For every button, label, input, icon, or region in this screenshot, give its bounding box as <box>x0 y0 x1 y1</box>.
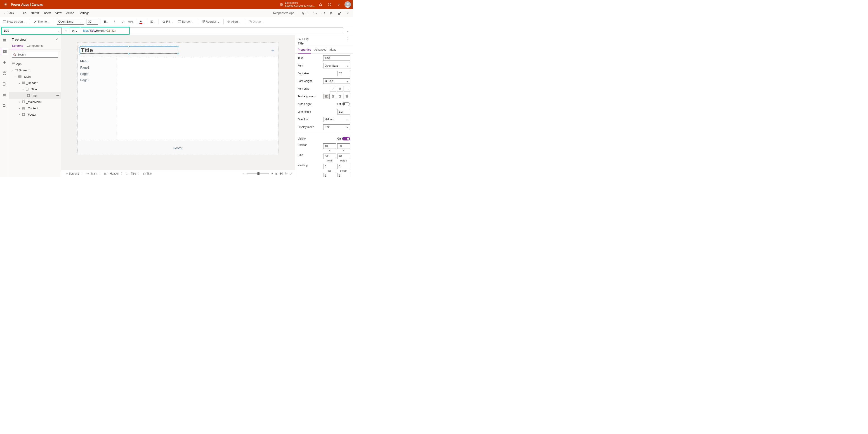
expand-icon[interactable]: ⤢ <box>290 172 292 175</box>
info-icon[interactable]: ? <box>306 38 309 40</box>
strikethrough-button[interactable]: abc <box>128 20 133 23</box>
breadcrumb-item[interactable]: ▢Title <box>141 172 153 175</box>
title-label[interactable]: Title <box>81 47 93 54</box>
menu-home[interactable]: Home <box>29 10 41 16</box>
prop-fontweight-select[interactable]: BBold <box>323 78 350 84</box>
redo-icon[interactable] <box>320 10 327 16</box>
header-container[interactable]: Title + <box>78 43 278 57</box>
play-icon[interactable] <box>328 10 335 16</box>
help-icon[interactable]: ? <box>344 10 351 16</box>
back-button[interactable]: ← Back <box>2 11 16 15</box>
more-icon[interactable]: ⋯ <box>56 94 61 97</box>
align-center-button[interactable] <box>330 94 336 99</box>
breadcrumb-item[interactable]: ▢_Title <box>124 172 138 175</box>
reorder-button[interactable]: Reorder ⌄ <box>201 19 221 24</box>
user-avatar[interactable] <box>344 1 351 8</box>
breadcrumb-item[interactable]: ▯▯_Header <box>102 172 121 175</box>
align-left-button[interactable] <box>323 94 330 99</box>
menu-insert[interactable]: Insert <box>41 10 53 16</box>
menu-item[interactable]: Page1 <box>78 64 117 71</box>
tab-ideas[interactable]: Ideas <box>330 46 336 54</box>
font-color-button[interactable]: A⌄ <box>139 20 145 24</box>
font-select[interactable]: Open Sans <box>57 19 84 25</box>
menu-action[interactable]: Action <box>64 10 76 16</box>
underline-button[interactable]: U <box>120 20 125 23</box>
border-button[interactable]: Border ⌄ <box>177 19 195 24</box>
tree-mainmenu[interactable]: › _MainMenu <box>9 99 61 105</box>
bold-button[interactable]: B⌄ <box>103 20 109 24</box>
prop-displaymode-select[interactable]: Edit <box>323 125 350 130</box>
pad-bottom-input[interactable]: 5 <box>337 164 350 169</box>
size-h-input[interactable]: 40 <box>337 154 350 159</box>
align-justify-button[interactable] <box>344 94 350 99</box>
footer-container[interactable]: Footer <box>78 141 278 155</box>
italic-toggle[interactable]: / <box>330 86 336 92</box>
zoom-out-button[interactable]: − <box>243 172 244 175</box>
zoom-slider[interactable] <box>247 173 269 174</box>
breadcrumb-item[interactable]: ▭Screen1 <box>64 172 81 175</box>
pad-left-input[interactable]: 5 <box>323 173 336 177</box>
new-screen-button[interactable]: New screen ⌄ <box>2 19 27 24</box>
text-align-button[interactable]: ⌄ <box>150 20 156 23</box>
menu-view[interactable]: View <box>54 10 64 16</box>
content-container[interactable] <box>117 57 278 141</box>
notifications-icon[interactable] <box>317 1 324 8</box>
tools-icon[interactable] <box>1 91 8 98</box>
group-button[interactable]: Group ⌄ <box>248 19 265 24</box>
position-y-input[interactable]: 30 <box>337 143 350 149</box>
font-size-select[interactable]: 32 <box>87 19 98 25</box>
menu-item[interactable]: Page2 <box>78 71 117 77</box>
autoheight-toggle[interactable] <box>342 102 350 106</box>
theme-button[interactable]: Theme ⌄ <box>33 19 51 24</box>
close-panel-button[interactable]: ✕ <box>56 38 58 41</box>
undo-icon[interactable] <box>312 10 318 16</box>
prop-overflow-select[interactable]: Hidden <box>323 117 350 122</box>
property-selector[interactable]: Size <box>2 28 62 34</box>
fit-button[interactable]: ⊞ <box>275 172 278 175</box>
tree-main[interactable]: ⌄ _Main <box>9 73 61 80</box>
expand-formula-button[interactable]: ⌄ <box>344 29 351 32</box>
align-button[interactable]: Align ⌄ <box>226 19 242 24</box>
tree-app[interactable]: App <box>9 61 61 67</box>
zoom-in-button[interactable]: + <box>272 172 273 175</box>
visible-toggle[interactable] <box>342 137 350 140</box>
help-icon[interactable]: ? <box>336 1 342 8</box>
tree-title-container[interactable]: ⌄ _Title <box>9 86 61 92</box>
fill-button[interactable]: Fill ⌄ <box>161 19 174 24</box>
hamburger-icon[interactable] <box>1 37 8 44</box>
environment-picker[interactable]: Environment Sascha Kuntze's Environ... <box>280 2 315 7</box>
checker-icon[interactable] <box>300 10 306 16</box>
insert-icon[interactable] <box>1 59 8 66</box>
tree-screen1[interactable]: ⌄ Screen1 <box>9 67 61 73</box>
prop-fontsize-input[interactable]: 32 <box>337 71 350 76</box>
tab-advanced[interactable]: Advanced <box>314 46 326 54</box>
breadcrumb-item[interactable]: ▭_Main <box>85 172 99 175</box>
tab-properties[interactable]: Properties <box>298 46 311 54</box>
position-x-input[interactable]: 10 <box>323 143 336 149</box>
search-field[interactable] <box>18 53 57 56</box>
menu-file[interactable]: File <box>20 10 28 16</box>
tree-footer[interactable]: › _Footer <box>9 111 61 118</box>
screen-preview[interactable]: Title + Menu Page1 <box>77 42 278 155</box>
align-right-button[interactable] <box>337 94 343 99</box>
fx-button[interactable]: fx ⌄ <box>70 28 80 34</box>
menu-item[interactable]: Page3 <box>78 77 117 83</box>
underline-toggle[interactable]: U <box>337 86 343 92</box>
data-icon[interactable] <box>1 70 8 77</box>
strike-toggle[interactable]: — <box>344 86 350 92</box>
prop-font-select[interactable]: Open Sans <box>323 63 350 68</box>
zoom-thumb[interactable] <box>257 172 259 175</box>
italic-button[interactable]: I <box>112 20 117 23</box>
prop-lineheight-input[interactable]: 1.2 <box>337 109 350 114</box>
menu-settings[interactable]: Settings <box>77 10 91 16</box>
tree-content[interactable]: › _Content <box>9 105 61 111</box>
canvas-surface[interactable]: Title + Menu Page1 <box>61 35 295 170</box>
tree-search-input[interactable] <box>12 52 58 58</box>
tab-components[interactable]: Components <box>27 43 43 49</box>
media-icon[interactable] <box>1 80 8 88</box>
tree-view-icon[interactable] <box>1 48 8 55</box>
title-container[interactable]: Title <box>80 47 178 54</box>
formula-input[interactable]: Max(Title.Height * 0.8, 32) <box>81 28 343 34</box>
waffle-icon[interactable] <box>2 3 9 6</box>
prop-text-input[interactable]: Title <box>323 55 350 61</box>
